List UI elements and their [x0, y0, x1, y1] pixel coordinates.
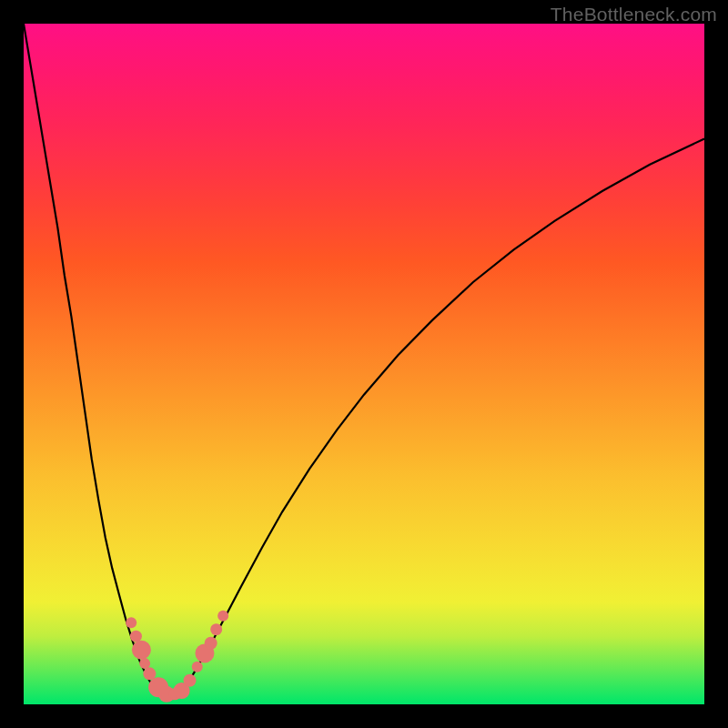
- marker-group: [126, 611, 228, 703]
- curve-marker: [158, 686, 175, 703]
- curve-marker: [143, 667, 156, 680]
- curve-marker: [126, 617, 136, 628]
- plot-area: [24, 24, 704, 704]
- curve-marker: [139, 658, 150, 669]
- curve-marker: [195, 643, 214, 662]
- curve-marker: [132, 641, 151, 660]
- chart-frame: TheBottleneck.com: [0, 0, 728, 728]
- bottleneck-curve-svg: [24, 24, 704, 704]
- curve-marker: [130, 631, 142, 642]
- bottleneck-curve: [24, 24, 704, 697]
- curve-marker: [192, 662, 203, 672]
- curve-marker: [184, 674, 197, 687]
- curve-marker: [169, 688, 181, 700]
- curve-marker: [217, 611, 228, 622]
- watermark-text: TheBottleneck.com: [551, 4, 717, 25]
- curve-marker: [174, 682, 190, 699]
- curve-marker: [205, 637, 217, 650]
- curve-marker: [210, 623, 222, 635]
- curve-marker: [148, 677, 168, 697]
